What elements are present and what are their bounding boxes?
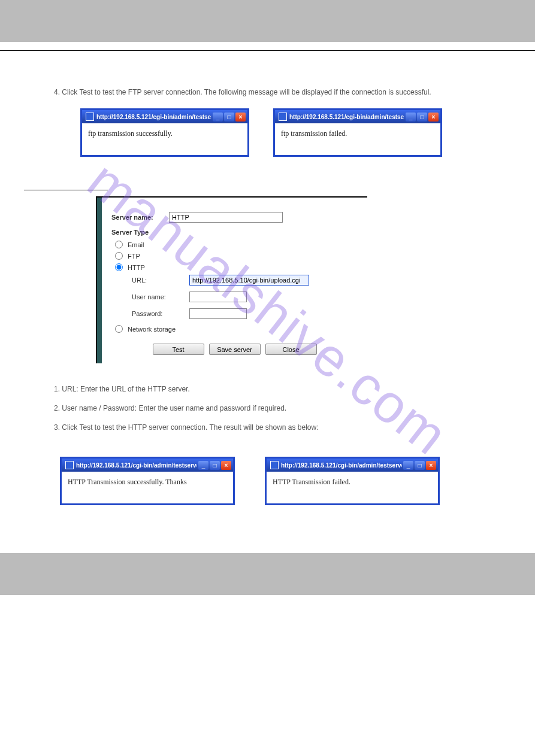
intro-paragraph: 4. Click Test to test the FTP server con… xyxy=(54,87,481,98)
panel-inner: Server name: Server Type Email FTP HTTP xyxy=(97,198,367,363)
popup-body: HTTP Transmission successfully. Thanks xyxy=(62,472,233,503)
maximize-icon[interactable]: □ xyxy=(417,113,427,122)
close-icon[interactable]: × xyxy=(235,113,246,122)
step-2-paragraph: 2. User name / Password: Enter the user … xyxy=(54,403,481,414)
server-config-wrapper: Server name: Server Type Email FTP HTTP xyxy=(96,196,511,363)
popup-title-bar: http://192.168.5.121/cgi-bin/admin/tests… xyxy=(82,110,247,123)
radio-email[interactable] xyxy=(115,241,123,248)
popup-title: http://192.168.5.121/cgi-bin/admin/tests… xyxy=(281,462,402,469)
popup-title-bar: http://192.168.5.121/cgi-bin/admin/tests… xyxy=(267,459,438,472)
url-label: URL: xyxy=(111,277,189,284)
popup-body: HTTP Transmission failed. xyxy=(267,472,438,503)
save-server-button[interactable]: Save server xyxy=(209,344,261,355)
popup-row-2: http://192.168.5.121/cgi-bin/admin/tests… xyxy=(60,457,511,505)
close-icon[interactable]: × xyxy=(221,461,231,470)
popup-title-bar: http://192.168.5.121/cgi-bin/admin/tests… xyxy=(62,459,233,472)
radio-http[interactable] xyxy=(115,263,123,271)
minimize-icon[interactable]: _ xyxy=(213,113,223,122)
step-3-paragraph: 3. Click Test to test the HTTP server co… xyxy=(54,422,481,433)
popup-body: ftp transmission successfully. xyxy=(82,123,247,155)
test-button[interactable]: Test xyxy=(153,344,204,355)
page-footer-bar xyxy=(0,553,535,595)
option-http-label: HTTP xyxy=(128,264,145,271)
minimize-icon[interactable]: _ xyxy=(198,461,208,470)
username-row: User name: xyxy=(111,292,358,302)
close-button[interactable]: Close xyxy=(265,344,317,355)
password-label: Password: xyxy=(111,310,189,317)
ftp-failed-popup: http://192.168.5.121/cgi-bin/admin/tests… xyxy=(273,108,442,157)
page-icon xyxy=(270,461,279,469)
page-icon xyxy=(86,113,94,121)
http-failed-popup: http://192.168.5.121/cgi-bin/admin/tests… xyxy=(265,457,440,505)
username-label: User name: xyxy=(111,293,189,300)
close-icon[interactable]: × xyxy=(426,461,436,470)
maximize-icon[interactable]: □ xyxy=(210,461,220,470)
server-name-label: Server name: xyxy=(111,214,169,221)
maximize-icon[interactable]: □ xyxy=(224,113,234,122)
button-row: Test Save server Close xyxy=(111,344,358,355)
popup-title: http://192.168.5.121/cgi-bin/admin/tests… xyxy=(289,114,404,120)
server-type-label: Server Type xyxy=(111,229,358,236)
close-icon[interactable]: × xyxy=(428,113,439,122)
minimize-icon[interactable]: _ xyxy=(403,461,413,470)
radio-ftp[interactable] xyxy=(115,252,123,260)
popup-title-bar: http://192.168.5.121/cgi-bin/admin/tests… xyxy=(275,110,440,123)
option-network-storage[interactable]: Network storage xyxy=(115,325,358,333)
minimize-icon[interactable]: _ xyxy=(406,113,416,122)
panel-side-accent xyxy=(97,198,102,363)
username-input[interactable] xyxy=(189,292,247,302)
radio-network-storage[interactable] xyxy=(115,325,123,333)
password-input[interactable] xyxy=(189,308,247,319)
option-ftp[interactable]: FTP xyxy=(115,252,358,260)
option-network-storage-label: Network storage xyxy=(128,326,176,333)
page-icon xyxy=(279,113,287,121)
option-ftp-label: FTP xyxy=(128,253,140,260)
option-email[interactable]: Email xyxy=(115,241,358,248)
page-content: manualshive.com 4. Click Test to test th… xyxy=(0,87,535,529)
header-divider xyxy=(0,50,535,51)
password-row: Password: xyxy=(111,308,358,319)
page-icon xyxy=(65,461,74,469)
popup-title: http://192.168.5.121/cgi-bin/admin/tests… xyxy=(96,114,211,120)
option-http[interactable]: HTTP xyxy=(115,263,358,271)
maximize-icon[interactable]: □ xyxy=(415,461,425,470)
server-config-panel: Server name: Server Type Email FTP HTTP xyxy=(96,196,367,363)
page-header-bar xyxy=(0,0,535,42)
option-email-label: Email xyxy=(128,241,144,248)
step-1-paragraph: 1. URL: Enter the URL of the HTTP server… xyxy=(54,384,481,394)
popup-body: ftp transmission failed. xyxy=(275,123,440,155)
url-row: URL: xyxy=(111,275,358,286)
server-name-input[interactable] xyxy=(169,212,283,223)
server-name-row: Server name: xyxy=(111,212,358,223)
popup-title: http://192.168.5.121/cgi-bin/admin/tests… xyxy=(76,462,197,469)
url-input[interactable] xyxy=(189,275,309,286)
section-divider xyxy=(24,181,108,190)
ftp-success-popup: http://192.168.5.121/cgi-bin/admin/tests… xyxy=(80,108,249,157)
popup-row-1: http://192.168.5.121/cgi-bin/admin/tests… xyxy=(80,108,511,157)
http-success-popup: http://192.168.5.121/cgi-bin/admin/tests… xyxy=(60,457,235,505)
